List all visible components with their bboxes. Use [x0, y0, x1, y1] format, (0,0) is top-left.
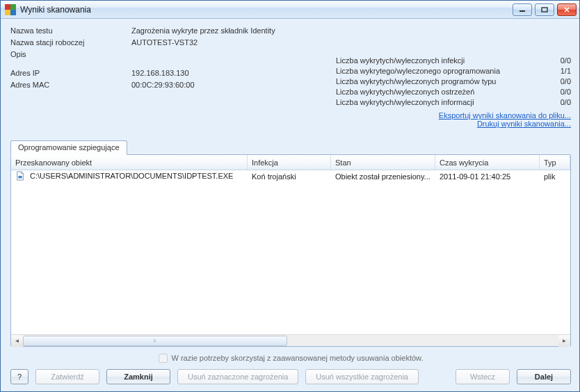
- footer: W razie potrzeby skorzystaj z zaawansowa…: [10, 347, 571, 384]
- button-row: ? Zatwierdź Zamknij Usuń zaznaczone zagr…: [10, 369, 571, 384]
- scroll-left-icon[interactable]: ◄: [11, 335, 23, 347]
- label-station-name: Nazwa stacji roboczej: [10, 38, 131, 48]
- tab-spyware[interactable]: Oprogramowanie szpiegujące: [10, 140, 127, 155]
- stat-label: Liczba wykrytych/wyleczonych programów t…: [336, 77, 496, 88]
- stat-row: Liczba wykrytego/wyleczonego oprogramowa…: [336, 67, 571, 77]
- cell-object: C:\USERS\ADMINISTRATOR\DOCUMENTS\IDPTEST…: [11, 171, 248, 182]
- back-button[interactable]: Wstecz: [456, 369, 510, 384]
- table-body: C:\USERS\ADMINISTRATOR\DOCUMENTS\IDPTEST…: [11, 170, 570, 334]
- stat-row: Liczba wykrytych/wyleczonych ostrzeżeń 0…: [336, 88, 571, 98]
- table-header: Przeskanowany obiekt Infekcja Stan Czas …: [11, 155, 570, 170]
- advanced-removal-label: W razie potrzeby skorzystaj z zaawansowa…: [172, 354, 424, 362]
- content-area: Nazwa testu Nazwa stacji roboczej Opis A…: [1, 19, 579, 391]
- scroll-thumb[interactable]: ≡: [23, 336, 287, 346]
- window-title: Wyniki skanowania: [20, 5, 513, 15]
- value-test-name: Zagrożenia wykryte przez składnik Identi…: [131, 26, 275, 36]
- stat-label: Liczba wykrytych/wyleczonych ostrzeżeń: [336, 88, 474, 98]
- stat-value: 0/0: [561, 88, 571, 98]
- export-link[interactable]: Eksportuj wyniki skanowania do pliku...: [439, 111, 571, 120]
- scroll-track[interactable]: ≡: [23, 336, 558, 346]
- svg-rect-5: [542, 8, 547, 12]
- results-table: Przeskanowany obiekt Infekcja Stan Czas …: [10, 154, 571, 347]
- horizontal-scrollbar[interactable]: ◄ ≡ ►: [11, 334, 570, 346]
- stat-value: 0/0: [561, 98, 571, 108]
- value-ip: 192.168.183.130: [131, 68, 275, 79]
- cell-infection: Koń trojański: [248, 172, 331, 181]
- help-button[interactable]: ?: [10, 369, 29, 384]
- file-icon: [15, 171, 26, 182]
- svg-rect-2: [5, 10, 10, 15]
- print-link[interactable]: Drukuj wyniki skanowania...: [477, 120, 571, 128]
- label-description: Opis: [10, 49, 131, 60]
- minimize-button[interactable]: [513, 3, 532, 16]
- window-controls: [513, 3, 577, 16]
- close-button[interactable]: [557, 3, 577, 16]
- info-values: Zagrożenia wykryte przez składnik Identi…: [131, 26, 275, 128]
- stat-value: 1/1: [561, 67, 571, 77]
- col-detected[interactable]: Czas wykrycia: [435, 155, 540, 170]
- results-area: Oprogramowanie szpiegujące Przeskanowany…: [10, 140, 571, 347]
- col-status[interactable]: Stan: [331, 155, 435, 170]
- svg-rect-6: [18, 176, 22, 179]
- delete-all-button[interactable]: Usuń wszystkie zagrożenia: [305, 369, 419, 384]
- cell-status: Obiekt został przeniesiony...: [331, 172, 435, 181]
- table-row[interactable]: C:\USERS\ADMINISTRATOR\DOCUMENTS\IDPTEST…: [11, 170, 570, 183]
- stat-label: Liczba wykrytych/wyleczonych informacji: [336, 98, 474, 108]
- label-test-name: Nazwa testu: [10, 26, 131, 36]
- svg-rect-0: [5, 4, 10, 10]
- app-icon: [5, 4, 16, 15]
- stat-label: Liczba wykrytych/wyleczonych infekcji: [336, 56, 465, 67]
- col-type[interactable]: Typ: [540, 155, 570, 170]
- svg-rect-4: [519, 10, 525, 12]
- col-infection[interactable]: Infekcja: [248, 155, 331, 170]
- delete-selected-button[interactable]: Usuń zaznaczone zagrożenia: [177, 369, 298, 384]
- close-results-button[interactable]: Zamknij: [106, 369, 170, 384]
- cell-object-text: C:\USERS\ADMINISTRATOR\DOCUMENTS\IDPTEST…: [30, 172, 233, 180]
- advanced-removal-checkbox: [159, 354, 168, 363]
- stat-value: 0/0: [561, 56, 571, 67]
- col-object[interactable]: Przeskanowany obiekt: [11, 155, 248, 170]
- svg-rect-1: [10, 4, 16, 10]
- advanced-removal-line: W razie potrzeby skorzystaj z zaawansowa…: [10, 351, 571, 365]
- svg-rect-3: [10, 10, 16, 15]
- stat-row: Liczba wykrytych/wyleczonych informacji …: [336, 98, 571, 108]
- label-mac: Adres MAC: [10, 80, 131, 90]
- titlebar: Wyniki skanowania: [1, 1, 579, 19]
- stat-value: 0/0: [561, 77, 571, 88]
- scroll-right-icon[interactable]: ►: [558, 335, 570, 347]
- label-ip: Adres IP: [10, 68, 131, 79]
- value-description: [131, 49, 275, 60]
- info-block: Nazwa testu Nazwa stacji roboczej Opis A…: [10, 26, 571, 128]
- stat-label: Liczba wykrytego/wyleczonego oprogramowa…: [336, 67, 500, 77]
- window-root: Wyniki skanowania Nazwa testu Nazwa stac…: [0, 0, 580, 392]
- next-button[interactable]: Dalej: [517, 369, 571, 384]
- maximize-button[interactable]: [535, 3, 554, 16]
- value-mac: 00:0C:29:93:60:00: [131, 80, 275, 90]
- tabs: Oprogramowanie szpiegujące: [10, 140, 571, 154]
- approve-button[interactable]: Zatwierdź: [35, 369, 99, 384]
- cell-type: plik: [540, 172, 570, 181]
- info-right: Liczba wykrytych/wyleczonych infekcji 0/…: [336, 26, 571, 128]
- stat-row: Liczba wykrytych/wyleczonych programów t…: [336, 77, 571, 88]
- value-station-name: AUTOTEST-VST32: [131, 38, 275, 48]
- export-links: Eksportuj wyniki skanowania do pliku... …: [336, 111, 571, 128]
- stat-row: Liczba wykrytych/wyleczonych infekcji 0/…: [336, 56, 571, 67]
- info-labels: Nazwa testu Nazwa stacji roboczej Opis A…: [10, 26, 131, 128]
- info-left: Nazwa testu Nazwa stacji roboczej Opis A…: [10, 26, 275, 128]
- cell-detected: 2011-09-01 21:40:25: [435, 172, 540, 181]
